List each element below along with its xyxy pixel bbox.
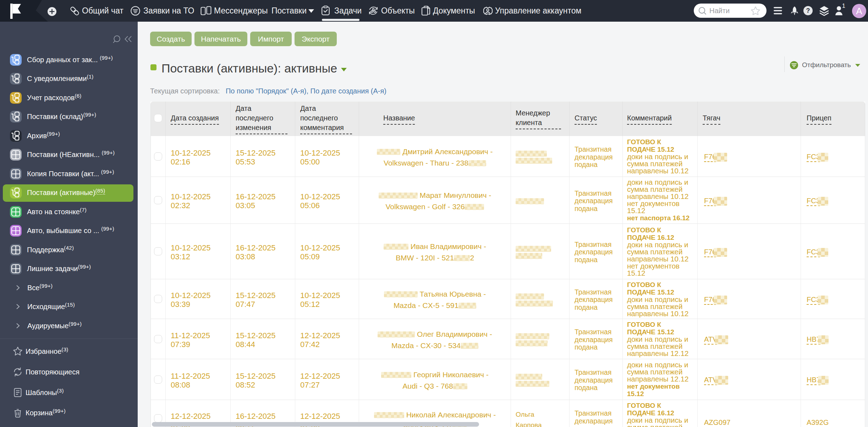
- svg-text:?: ?: [806, 7, 810, 14]
